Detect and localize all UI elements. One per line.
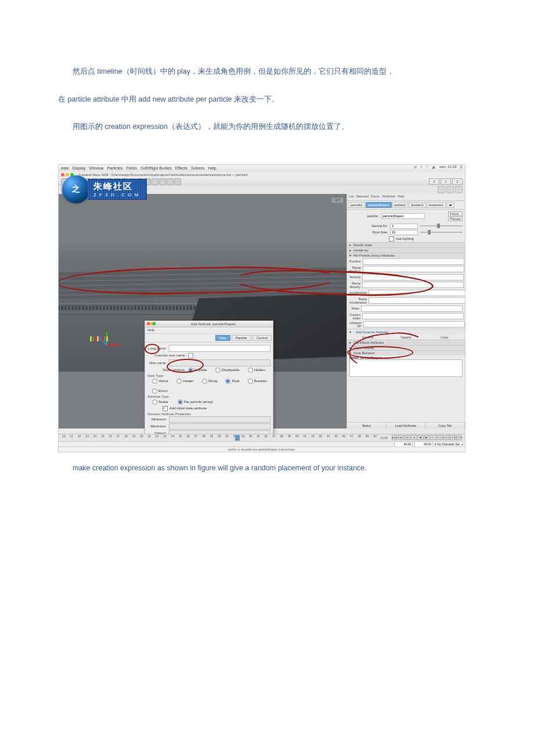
radio-per-particle[interactable]	[178, 399, 183, 405]
pp-lifespan[interactable]	[363, 321, 465, 327]
ae-tab-scroll[interactable]: ◂▸	[446, 202, 454, 208]
play-forward-button[interactable]: ▶	[424, 435, 430, 440]
pp-ramp-acceleration[interactable]	[369, 297, 466, 304]
radio-integer[interactable]	[176, 379, 182, 384]
radio-hidden[interactable]	[248, 368, 253, 373]
radio-boolean[interactable]	[248, 379, 253, 384]
ae-menu-item[interactable]: Help	[398, 195, 404, 200]
close-icon[interactable]	[61, 173, 64, 177]
ae-menu-item[interactable]: Focus	[371, 195, 380, 200]
axis-x-button[interactable]: X	[429, 178, 439, 185]
ae-node-name-input[interactable]	[381, 213, 425, 219]
zoom-icon[interactable]	[153, 322, 156, 325]
add-initial-checkbox[interactable]	[163, 406, 168, 411]
step-back-button[interactable]: |◂	[405, 435, 410, 440]
general-button[interactable]: General	[349, 336, 385, 339]
current-time-indicator[interactable]	[235, 435, 240, 441]
play-forward-button2[interactable]: ▷	[430, 435, 436, 440]
fast-forward-button[interactable]: ▷▷|	[449, 435, 455, 440]
ae-tab[interactable]: instancer1	[427, 202, 446, 208]
axis-z-button[interactable]: Z	[452, 178, 463, 185]
section-mental-ray[interactable]: ▸mental ray	[347, 247, 465, 253]
pp-ramp-velocity[interactable]	[362, 282, 464, 288]
radio-enum[interactable]	[152, 388, 157, 394]
end-button[interactable]: ▷▷▷	[456, 435, 461, 440]
use-lighting-checkbox[interactable]	[389, 236, 394, 242]
menu-item[interactable]: Soft/Rigid Bodies	[140, 166, 172, 170]
shelf-icon[interactable]	[455, 186, 463, 193]
pp-position[interactable]	[363, 258, 464, 265]
radio-string[interactable]	[202, 379, 207, 384]
tab-particle[interactable]: Particle	[232, 335, 251, 341]
radio-displayable[interactable]	[215, 368, 221, 373]
radio-float[interactable]	[225, 379, 230, 384]
play-back-button2[interactable]: ◀	[417, 435, 423, 440]
long-name-input[interactable]	[169, 345, 270, 352]
tab-new[interactable]: New	[215, 335, 230, 341]
notes-textarea[interactable]	[349, 359, 463, 377]
pp-velocity[interactable]	[362, 274, 464, 280]
axis-y-button[interactable]: Y	[441, 178, 451, 185]
axis-gizmo[interactable]	[95, 322, 120, 347]
ae-tab[interactable]: particleShape1	[366, 202, 392, 208]
menu-item[interactable]: Solvers	[191, 166, 204, 170]
radio-keyable[interactable]	[188, 368, 193, 373]
copy-tab-button[interactable]: Copy Tab	[425, 423, 465, 429]
ae-menu-item[interactable]: Attributes	[382, 195, 395, 200]
step-back-key-button[interactable]: ◂◂	[398, 435, 404, 440]
section-node-behavior[interactable]: ▸Node Behavior	[347, 350, 465, 355]
shelf-icon[interactable]	[438, 186, 445, 193]
load-attributes-button[interactable]: Load Attributes	[387, 423, 426, 429]
menu-item[interactable]: eate	[61, 166, 69, 170]
radio-scalar[interactable]	[152, 399, 157, 405]
pp-mass[interactable]	[361, 305, 463, 312]
spotlight-icon[interactable]: Q	[460, 165, 463, 168]
menu-item[interactable]: Display	[73, 166, 86, 170]
section-per-particle[interactable]: ▾Per Particle (Array) Attributes	[347, 253, 465, 258]
minimize-icon[interactable]	[66, 173, 69, 177]
focus-button[interactable]: Focus	[448, 211, 463, 216]
step-fwd-key-button[interactable]: ▷▷	[443, 435, 449, 440]
normal-dir-input[interactable]	[390, 224, 418, 229]
section-add-dynamic[interactable]: ▾Add Dynamic Attributes	[347, 329, 465, 335]
point-size-slider[interactable]	[420, 232, 463, 233]
dialog-menu-help[interactable]: Help	[145, 327, 273, 334]
ae-tab[interactable]: emitter1	[392, 202, 409, 208]
menu-item[interactable]: Particles	[107, 166, 122, 170]
presets-button[interactable]: Presets	[448, 217, 463, 221]
pp-ramp-position[interactable]	[363, 266, 464, 272]
charset-dropdown[interactable]: ▾ No Character Set	[435, 442, 460, 446]
ae-tab[interactable]: lambert1	[409, 202, 425, 208]
ae-tab[interactable]: particle1	[348, 202, 365, 208]
dialog-titlebar[interactable]: Add Attribute: particleShape1	[145, 321, 273, 327]
section-render-stats[interactable]: ▸Render Stats	[347, 242, 465, 247]
pp-acceleration[interactable]	[369, 290, 466, 296]
radio-vector[interactable]	[152, 379, 157, 384]
normal-dir-slider[interactable]	[420, 225, 463, 226]
pp-custom-index[interactable]	[362, 313, 464, 319]
section-clip-effects[interactable]: ▸Clip Effects Attributes	[347, 340, 465, 345]
point-size-input[interactable]	[390, 230, 418, 235]
key-icon[interactable]: ●	[461, 442, 463, 446]
tab-control[interactable]: Control	[252, 335, 272, 341]
command-line[interactable]: setAttr -e -keyable true particleShape1.…	[59, 447, 465, 452]
step-fwd-button[interactable]: ▷|	[436, 435, 442, 440]
ae-menu-item[interactable]: List	[349, 195, 354, 200]
time-ruler[interactable]: 1011121314151617181920212223242526272829…	[60, 435, 378, 441]
ae-menu-item[interactable]: Selected	[356, 195, 369, 200]
timeline[interactable]: 1011121314151617181920212223242526272829…	[59, 434, 465, 441]
menu-item[interactable]: Fields	[126, 166, 137, 170]
override-checkbox[interactable]	[188, 353, 193, 358]
opacity-button[interactable]: Opacity	[388, 336, 424, 339]
play-back-button[interactable]: ◂	[411, 435, 417, 440]
select-button[interactable]: Select	[347, 423, 387, 429]
menu-item[interactable]: Effects	[175, 166, 187, 170]
menu-item[interactable]: Window	[89, 166, 104, 170]
3d-viewport[interactable]: MPT Add A	[59, 194, 347, 429]
paragraph-1: 然后点 timeline（时间线）中的 play，来生成角色用例，但是如你所见的…	[58, 58, 476, 86]
menu-item[interactable]: Help	[208, 166, 216, 170]
color-button[interactable]: Color	[427, 336, 463, 339]
section-object-display[interactable]: ▸Object Display	[347, 345, 465, 350]
rewind-button[interactable]: ▸▸▸	[392, 435, 398, 440]
shelf-icon[interactable]	[446, 186, 454, 193]
